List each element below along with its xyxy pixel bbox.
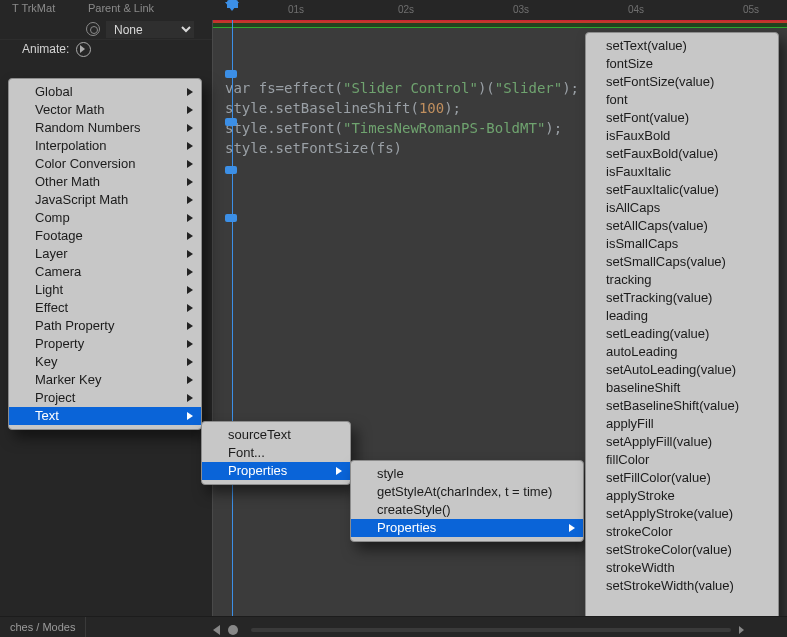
menu4-item[interactable]: tracking <box>586 271 778 289</box>
ruler-tick: 02s <box>398 4 414 15</box>
ruler-tick: 01s <box>288 4 304 15</box>
menu4-item[interactable]: setText(value) <box>586 37 778 55</box>
animate-row[interactable]: Animate: <box>0 40 212 59</box>
menu3-item-getstyleat[interactable]: getStyleAt(charIndex, t = time) <box>351 483 583 501</box>
menu4-item[interactable]: setFauxItalic(value) <box>586 181 778 199</box>
menu4-item[interactable]: setFont(value) <box>586 109 778 127</box>
menu4-item[interactable]: setAutoLeading(value) <box>586 361 778 379</box>
menu2-item-sourcetext[interactable]: sourceText <box>202 426 350 444</box>
menu4-item[interactable]: setSmallCaps(value) <box>586 253 778 271</box>
pickwhip-icon[interactable] <box>86 22 100 36</box>
menu4-item[interactable]: isFauxItalic <box>586 163 778 181</box>
menu4-item[interactable]: applyStroke <box>586 487 778 505</box>
menu4-item[interactable]: fillColor <box>586 451 778 469</box>
layer-row[interactable]: None <box>0 20 212 40</box>
menu4-item[interactable]: isAllCaps <box>586 199 778 217</box>
menu1-item-javascript-math[interactable]: JavaScript Math <box>9 191 201 209</box>
app-root: T TrkMat Parent & Link 01s 02s 03s 04s 0… <box>0 0 787 637</box>
menu4-item[interactable]: font <box>586 91 778 109</box>
text-submenu[interactable]: sourceText Font... Properties <box>201 421 351 485</box>
timeline-zoom-scroll[interactable] <box>213 621 787 633</box>
menu1-item-text[interactable]: Text <box>9 407 201 425</box>
playhead[interactable] <box>225 0 240 20</box>
menu1-item-property[interactable]: Property <box>9 335 201 353</box>
ruler-tick: 03s <box>513 4 529 15</box>
menu4-item[interactable]: fontSize <box>586 55 778 73</box>
menu4-item[interactable]: baselineShift <box>586 379 778 397</box>
menu4-item[interactable]: applyFill <box>586 415 778 433</box>
expression-language-menu[interactable]: Global Vector Math Random Numbers Interp… <box>8 78 202 430</box>
ruler-tick: 05s <box>743 4 759 15</box>
menu4-item[interactable]: setLeading(value) <box>586 325 778 343</box>
col-parent-link: Parent & Link <box>88 2 154 14</box>
menu4-item[interactable]: strokeWidth <box>586 559 778 577</box>
menu1-item-effect[interactable]: Effect <box>9 299 201 317</box>
menu4-item[interactable]: setApplyFill(value) <box>586 433 778 451</box>
work-area-bar[interactable] <box>213 20 787 28</box>
menu4-item[interactable]: isSmallCaps <box>586 235 778 253</box>
zoom-out-icon[interactable] <box>213 625 220 635</box>
menu1-item-light[interactable]: Light <box>9 281 201 299</box>
menu4-item[interactable]: setAllCaps(value) <box>586 217 778 235</box>
menu1-item-random-numbers[interactable]: Random Numbers <box>9 119 201 137</box>
expression-pick-icons <box>225 70 237 262</box>
menu1-item-footage[interactable]: Footage <box>9 227 201 245</box>
menu4-item[interactable]: setFauxBold(value) <box>586 145 778 163</box>
menu1-item-other-math[interactable]: Other Math <box>9 173 201 191</box>
footer-bar: ches / Modes <box>0 616 787 637</box>
menu4-item[interactable]: leading <box>586 307 778 325</box>
menu1-item-camera[interactable]: Camera <box>9 263 201 281</box>
menu4-item[interactable]: autoLeading <box>586 343 778 361</box>
menu1-item-layer[interactable]: Layer <box>9 245 201 263</box>
menu3-item-properties[interactable]: Properties <box>351 519 583 537</box>
menu3-item-createstyle[interactable]: createStyle() <box>351 501 583 519</box>
menu2-item-font[interactable]: Font... <box>202 444 350 462</box>
menu2-item-properties[interactable]: Properties <box>202 462 350 480</box>
zoom-in-icon[interactable] <box>739 626 744 634</box>
menu4-item[interactable]: setFillColor(value) <box>586 469 778 487</box>
animate-add-icon[interactable] <box>76 42 91 57</box>
col-trkmat: T TrkMat <box>12 2 55 14</box>
menu4-item[interactable]: setStrokeColor(value) <box>586 541 778 559</box>
menu4-item[interactable]: isFauxBold <box>586 127 778 145</box>
menu1-item-interpolation[interactable]: Interpolation <box>9 137 201 155</box>
menu1-item-global[interactable]: Global <box>9 83 201 101</box>
menu4-item[interactable]: setApplyStroke(value) <box>586 505 778 523</box>
menu4-item[interactable]: setTracking(value) <box>586 289 778 307</box>
time-ruler[interactable]: 01s 02s 03s 04s 05s <box>213 0 787 20</box>
ruler-tick: 04s <box>628 4 644 15</box>
menu4-item[interactable]: strokeColor <box>586 523 778 541</box>
menu4-item[interactable]: setBaselineShift(value) <box>586 397 778 415</box>
menu1-item-comp[interactable]: Comp <box>9 209 201 227</box>
menu4-item[interactable]: setFontSize(value) <box>586 73 778 91</box>
parent-dropdown[interactable]: None <box>106 21 194 38</box>
zoom-knob[interactable] <box>228 625 238 635</box>
menu1-item-path-property[interactable]: Path Property <box>9 317 201 335</box>
menu4-item[interactable]: setStrokeWidth(value) <box>586 577 778 595</box>
menu3-item-style[interactable]: style <box>351 465 583 483</box>
text-properties-submenu[interactable]: style getStyleAt(charIndex, t = time) cr… <box>350 460 584 542</box>
switches-modes-toggle[interactable]: ches / Modes <box>0 617 86 637</box>
menu1-item-key[interactable]: Key <box>9 353 201 371</box>
menu1-item-project[interactable]: Project <box>9 389 201 407</box>
menu1-item-color-conversion[interactable]: Color Conversion <box>9 155 201 173</box>
menu1-item-vector-math[interactable]: Vector Math <box>9 101 201 119</box>
menu1-item-marker-key[interactable]: Marker Key <box>9 371 201 389</box>
text-style-properties-menu[interactable]: setText(value) fontSize setFontSize(valu… <box>585 32 779 632</box>
animate-label: Animate: <box>22 42 69 56</box>
timeline-header: T TrkMat Parent & Link 01s 02s 03s 04s 0… <box>0 0 787 21</box>
zoom-track[interactable] <box>251 628 731 632</box>
